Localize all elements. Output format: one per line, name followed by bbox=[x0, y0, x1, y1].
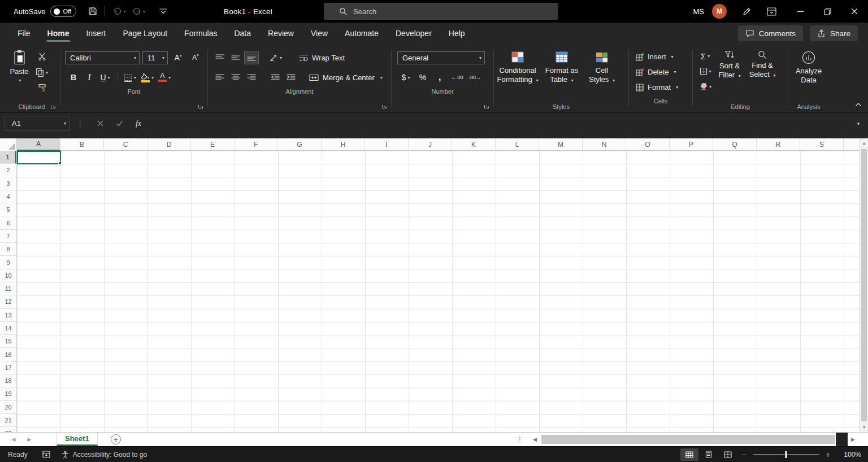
row-header-18[interactable]: 18 bbox=[0, 374, 16, 387]
insert-cells-dropdown-icon[interactable]: ▾ bbox=[671, 54, 674, 59]
format-as-table-dropdown-icon[interactable]: ▾ bbox=[571, 78, 574, 83]
orientation-button[interactable]: ▾ bbox=[268, 51, 284, 64]
column-header-A[interactable]: A bbox=[17, 138, 60, 151]
close-button[interactable] bbox=[841, 0, 868, 23]
fill-color-dropdown-icon[interactable]: ▾ bbox=[151, 75, 154, 80]
search-box[interactable]: Search bbox=[324, 3, 558, 20]
bottom-align-button[interactable] bbox=[244, 51, 259, 64]
conditional-formatting-button[interactable]: Conditional Formatting ▾ bbox=[495, 45, 540, 101]
format-painter-button[interactable] bbox=[34, 81, 50, 95]
font-color-dropdown-icon[interactable]: ▾ bbox=[168, 75, 171, 80]
font-name-combo[interactable]: Calibri ▾ bbox=[65, 51, 140, 64]
tab-file[interactable]: File bbox=[9, 23, 39, 44]
restore-button[interactable] bbox=[814, 0, 841, 23]
sort-filter-dropdown-icon[interactable]: ▾ bbox=[739, 73, 741, 79]
accessibility-checker[interactable]: Accessibility: Good to go bbox=[62, 451, 147, 459]
save-button[interactable] bbox=[84, 3, 101, 20]
font-color-button[interactable]: A ▾ bbox=[157, 71, 172, 84]
expand-formula-bar-button[interactable]: ▾ bbox=[851, 116, 866, 131]
font-size-combo[interactable]: 11 ▾ bbox=[142, 51, 168, 64]
align-left-button[interactable] bbox=[212, 71, 227, 84]
scroll-up-arrow[interactable]: ▴ bbox=[860, 138, 868, 148]
delete-cells-button[interactable]: Delete ▾ bbox=[630, 64, 691, 80]
horizontal-scrollbar[interactable] bbox=[541, 435, 835, 444]
format-cells-button[interactable]: Format ▾ bbox=[630, 80, 691, 95]
row-header-3[interactable]: 3 bbox=[0, 177, 16, 190]
zoom-slider[interactable] bbox=[753, 448, 819, 461]
vertical-scrollbar[interactable]: ▴ ▾ bbox=[860, 138, 868, 432]
tab-view[interactable]: View bbox=[302, 23, 336, 44]
column-header-Q[interactable]: Q bbox=[713, 138, 757, 151]
column-header-C[interactable]: C bbox=[104, 138, 147, 151]
ribbon-display-options-button[interactable] bbox=[763, 3, 780, 20]
formula-input[interactable] bbox=[153, 116, 851, 131]
row-header-22[interactable]: 22 bbox=[0, 427, 16, 432]
avatar[interactable]: M bbox=[712, 4, 727, 19]
accounting-dropdown-icon[interactable]: ▾ bbox=[407, 75, 410, 80]
tab-home[interactable]: Home bbox=[39, 23, 78, 44]
row-header-13[interactable]: 13 bbox=[0, 309, 16, 322]
undo-dropdown-icon[interactable]: ▾ bbox=[124, 9, 126, 14]
tab-data[interactable]: Data bbox=[225, 23, 259, 44]
autosum-button[interactable]: Σ▾ bbox=[697, 49, 713, 63]
shrink-font-button[interactable]: A▾ bbox=[188, 51, 203, 64]
increase-decimal-button[interactable]: ←.00 bbox=[449, 71, 465, 84]
fill-button[interactable]: ▾ bbox=[697, 64, 713, 78]
select-all-corner[interactable] bbox=[0, 138, 17, 151]
wrap-text-button[interactable]: Wrap Text bbox=[297, 51, 346, 64]
sort-filter-button[interactable]: Sort & Filter ▾ bbox=[713, 45, 746, 101]
alignment-dialog-launcher[interactable] bbox=[380, 102, 388, 110]
tab-formulas[interactable]: Formulas bbox=[176, 23, 225, 44]
underline-button[interactable]: U▾ bbox=[98, 71, 112, 84]
tab-insert[interactable]: Insert bbox=[77, 23, 114, 44]
paste-button[interactable]: Paste ▾ bbox=[5, 45, 34, 101]
customize-quick-access-button[interactable] bbox=[155, 3, 172, 20]
name-box-dropdown-icon[interactable]: ▾ bbox=[64, 121, 66, 126]
page-layout-view-button[interactable] bbox=[700, 448, 718, 461]
tab-help[interactable]: Help bbox=[440, 23, 474, 44]
increase-indent-button[interactable] bbox=[284, 71, 298, 84]
autosum-dropdown-icon[interactable]: ▾ bbox=[708, 54, 710, 59]
previous-sheet-button[interactable]: ◀ bbox=[6, 433, 21, 446]
row-header-20[interactable]: 20 bbox=[0, 401, 16, 414]
row-header-7[interactable]: 7 bbox=[0, 230, 16, 243]
column-header-L[interactable]: L bbox=[496, 138, 539, 151]
sheet-tab-sheet1[interactable]: Sheet1 bbox=[57, 433, 98, 446]
column-header-K[interactable]: K bbox=[452, 138, 496, 151]
column-header-N[interactable]: N bbox=[583, 138, 626, 151]
horizontal-scroll-thumb[interactable] bbox=[541, 435, 835, 444]
conditional-formatting-dropdown-icon[interactable]: ▾ bbox=[536, 78, 538, 83]
name-box[interactable]: A1 ▾ bbox=[5, 116, 70, 131]
center-button[interactable] bbox=[228, 71, 243, 84]
clear-dropdown-icon[interactable]: ▾ bbox=[709, 84, 711, 89]
row-header-1[interactable]: 1 bbox=[0, 151, 16, 164]
column-header-J[interactable]: J bbox=[409, 138, 452, 151]
decrease-decimal-button[interactable]: .00→ bbox=[467, 71, 483, 84]
format-as-table-button[interactable]: Format as Table ▾ bbox=[540, 45, 583, 101]
merge-center-button[interactable]: Merge & Center ▾ bbox=[307, 71, 384, 84]
clear-button[interactable]: ▾ bbox=[697, 80, 713, 93]
comments-button[interactable]: Comments bbox=[738, 25, 803, 41]
column-header-B[interactable]: B bbox=[60, 138, 104, 151]
vertical-scroll-thumb[interactable] bbox=[861, 149, 867, 421]
row-header-9[interactable]: 9 bbox=[0, 256, 16, 269]
borders-button[interactable]: ▾ bbox=[122, 71, 138, 84]
column-header-D[interactable]: D bbox=[147, 138, 191, 151]
font-name-dropdown-icon[interactable]: ▾ bbox=[131, 55, 136, 60]
bold-button[interactable]: B bbox=[66, 71, 81, 84]
insert-cells-button[interactable]: Insert ▾ bbox=[630, 49, 691, 64]
accounting-format-button[interactable]: $▾ bbox=[398, 71, 413, 84]
comma-style-button[interactable]: , bbox=[432, 71, 447, 84]
analyze-data-button[interactable]: Analyze Data bbox=[789, 45, 828, 101]
column-header-M[interactable]: M bbox=[539, 138, 583, 151]
clipboard-dialog-launcher[interactable] bbox=[49, 102, 57, 110]
row-header-8[interactable]: 8 bbox=[0, 243, 16, 256]
copy-dropdown-icon[interactable]: ▾ bbox=[46, 70, 48, 75]
column-header-S[interactable]: S bbox=[800, 138, 844, 151]
minimize-button[interactable] bbox=[787, 0, 814, 23]
user-initials[interactable]: MS bbox=[693, 7, 705, 16]
column-header-R[interactable]: R bbox=[757, 138, 800, 151]
row-header-12[interactable]: 12 bbox=[0, 295, 16, 308]
copy-button[interactable]: ▾ bbox=[34, 66, 50, 79]
column-header-O[interactable]: O bbox=[626, 138, 670, 151]
